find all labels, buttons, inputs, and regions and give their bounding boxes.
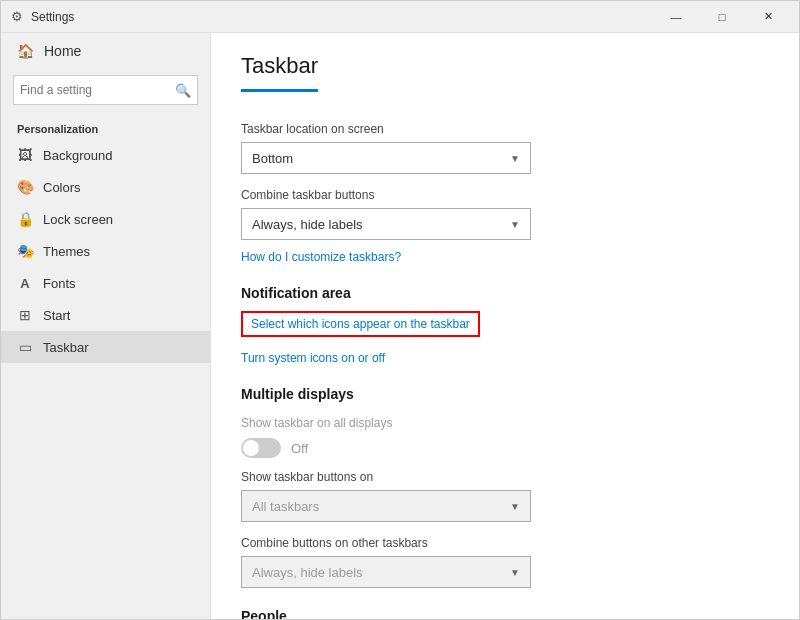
combine-buttons-label: Combine taskbar buttons [241, 188, 769, 202]
toggle-knob [243, 440, 259, 456]
sidebar-item-taskbar[interactable]: ▭ Taskbar [1, 331, 210, 363]
sidebar-item-label: Themes [43, 244, 90, 259]
taskbar-location-dropdown[interactable]: Bottom ▼ [241, 142, 531, 174]
taskbar-buttons-on-label: Show taskbar buttons on [241, 470, 769, 484]
minimize-button[interactable]: — [653, 1, 699, 33]
maximize-button[interactable]: □ [699, 1, 745, 33]
close-button[interactable]: ✕ [745, 1, 791, 33]
sidebar-item-label: Start [43, 308, 70, 323]
sidebar-item-background[interactable]: 🖼 Background [1, 139, 210, 171]
taskbar-location-value: Bottom [252, 151, 293, 166]
search-box[interactable]: 🔍 [13, 75, 198, 105]
sidebar-item-label: Colors [43, 180, 81, 195]
themes-icon: 🎭 [17, 243, 33, 259]
combine-buttons-value: Always, hide labels [252, 217, 363, 232]
main-content: Taskbar Taskbar location on screen Botto… [211, 33, 799, 619]
sidebar-item-label: Background [43, 148, 112, 163]
customize-link[interactable]: How do I customize taskbars? [241, 250, 401, 264]
taskbar-buttons-on-value: All taskbars [252, 499, 319, 514]
sidebar-item-home[interactable]: 🏠 Home [1, 33, 210, 69]
taskbar-buttons-on-dropdown: All taskbars ▼ [241, 490, 531, 522]
notification-icons-link[interactable]: Select which icons appear on the taskbar [241, 311, 480, 337]
app-icon: ⚙ [9, 9, 25, 25]
title-bar-text: Settings [31, 10, 653, 24]
search-icon: 🔍 [175, 83, 191, 98]
title-bar-controls: — □ ✕ [653, 1, 791, 33]
sidebar-item-fonts[interactable]: A Fonts [1, 267, 210, 299]
lock-icon: 🔒 [17, 211, 33, 227]
show-taskbar-all-label: Show taskbar on all displays [241, 416, 769, 430]
combine-other-arrow: ▼ [510, 567, 520, 578]
people-title: People [241, 608, 769, 619]
fonts-icon: A [17, 275, 33, 291]
taskbar-buttons-on-arrow: ▼ [510, 501, 520, 512]
sidebar-item-themes[interactable]: 🎭 Themes [1, 235, 210, 267]
show-taskbar-all-toggle-label: Off [291, 441, 308, 456]
sidebar-section-label: Personalization [1, 115, 210, 139]
settings-window: ⚙ Settings — □ ✕ 🏠 Home 🔍 Personalizatio… [0, 0, 800, 620]
show-taskbar-all-row: Off [241, 438, 769, 458]
sidebar-item-colors[interactable]: 🎨 Colors [1, 171, 210, 203]
combine-other-dropdown: Always, hide labels ▼ [241, 556, 531, 588]
system-icons-link[interactable]: Turn system icons on or off [241, 351, 385, 365]
combine-buttons-dropdown[interactable]: Always, hide labels ▼ [241, 208, 531, 240]
search-input[interactable] [20, 83, 175, 97]
sidebar-item-label: Taskbar [43, 340, 89, 355]
taskbar-icon: ▭ [17, 339, 33, 355]
show-taskbar-all-toggle[interactable] [241, 438, 281, 458]
combine-buttons-arrow: ▼ [510, 219, 520, 230]
home-label: Home [44, 43, 81, 59]
sidebar-item-label: Lock screen [43, 212, 113, 227]
sidebar-item-start[interactable]: ⊞ Start [1, 299, 210, 331]
taskbar-location-arrow: ▼ [510, 153, 520, 164]
start-icon: ⊞ [17, 307, 33, 323]
title-bar: ⚙ Settings — □ ✕ [1, 1, 799, 33]
notification-area-title: Notification area [241, 285, 769, 301]
combine-other-label: Combine buttons on other taskbars [241, 536, 769, 550]
combine-other-value: Always, hide labels [252, 565, 363, 580]
page-title: Taskbar [241, 33, 318, 92]
home-icon: 🏠 [17, 43, 34, 59]
colors-icon: 🎨 [17, 179, 33, 195]
multiple-displays-title: Multiple displays [241, 386, 769, 402]
window-content: 🏠 Home 🔍 Personalization 🖼 Background 🎨 … [1, 33, 799, 619]
sidebar: 🏠 Home 🔍 Personalization 🖼 Background 🎨 … [1, 33, 211, 619]
background-icon: 🖼 [17, 147, 33, 163]
sidebar-item-lock-screen[interactable]: 🔒 Lock screen [1, 203, 210, 235]
taskbar-location-label: Taskbar location on screen [241, 122, 769, 136]
sidebar-item-label: Fonts [43, 276, 76, 291]
